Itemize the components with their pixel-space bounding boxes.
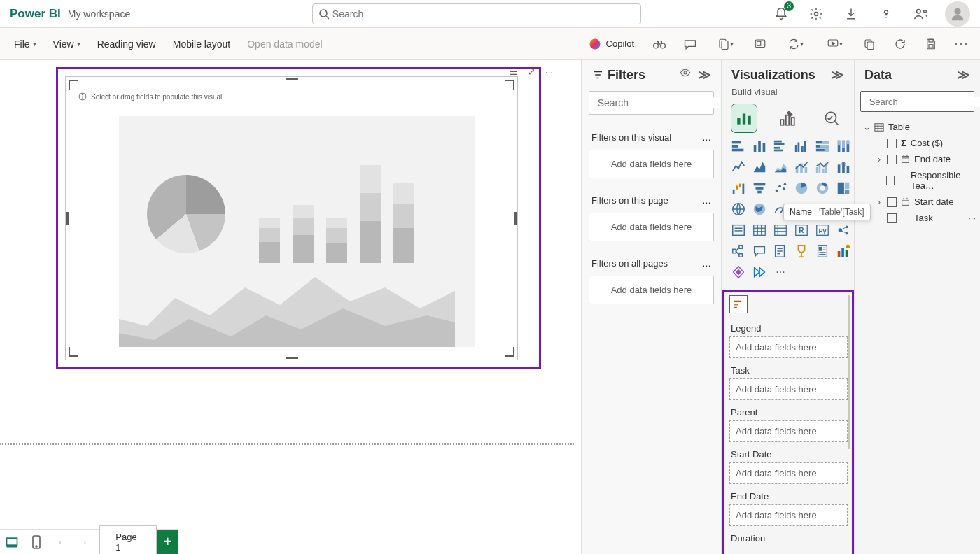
viz-clustered-column[interactable] <box>793 138 810 155</box>
filters-search-input[interactable] <box>598 97 720 108</box>
viz-table[interactable] <box>751 222 768 239</box>
field-end-date[interactable]: › End date <box>859 151 976 167</box>
visual-placeholder[interactable]: ⚌ ⤢ ··· Select or drag fields to populat… <box>56 67 541 369</box>
data-search[interactable] <box>860 91 974 112</box>
page-tab[interactable]: Page 1 <box>99 525 157 554</box>
desktop-view-button[interactable] <box>0 530 24 555</box>
mobile-layout-button[interactable]: Mobile layout <box>164 38 239 50</box>
viz-more[interactable]: ··· <box>772 264 789 280</box>
viz-pie[interactable] <box>793 180 810 197</box>
filters-page-more[interactable]: … <box>702 195 711 206</box>
filters-visual-drop[interactable]: Add data fields here <box>589 150 714 178</box>
viz-r[interactable]: R <box>793 222 810 239</box>
well-enddate-drop[interactable]: Add data fields here <box>729 504 848 526</box>
viz-treemap[interactable] <box>835 180 852 197</box>
checkbox[interactable] <box>886 176 895 185</box>
viz-qna[interactable] <box>751 243 768 260</box>
visual-more-icon[interactable]: ··· <box>545 66 553 77</box>
collapse-filters-icon[interactable]: ≫ <box>698 67 711 83</box>
viz-ribbon[interactable] <box>835 159 852 176</box>
format-visual-tab[interactable] <box>775 104 800 132</box>
chevron-right-icon[interactable]: › <box>876 197 883 207</box>
filters-visual-more[interactable]: … <box>702 132 711 143</box>
analytics-tab[interactable] <box>819 104 844 132</box>
view-menu[interactable]: View▾ <box>45 38 89 50</box>
download-button[interactable] <box>840 3 862 25</box>
viz-matrix[interactable] <box>772 222 789 239</box>
field-start-date[interactable]: › Start date <box>859 194 976 210</box>
viz-waterfall[interactable] <box>730 180 747 197</box>
eye-icon[interactable] <box>680 67 691 78</box>
checkbox[interactable] <box>887 138 897 148</box>
duplicate-button[interactable] <box>857 31 882 57</box>
checkbox[interactable] <box>887 197 897 207</box>
more-button[interactable]: ··· <box>949 31 974 57</box>
global-search[interactable] <box>312 3 641 24</box>
viz-stacked-column[interactable] <box>751 138 768 155</box>
viz-paginated[interactable] <box>814 243 831 260</box>
share-button[interactable] <box>910 3 932 25</box>
viz-line-stacked-column[interactable] <box>793 159 810 176</box>
add-page-button[interactable]: + <box>157 530 178 555</box>
well-parent-drop[interactable]: Add data fields here <box>729 420 848 442</box>
chevron-down-icon[interactable]: ⌄ <box>863 122 870 132</box>
workspace-name[interactable]: My workspace <box>68 8 130 20</box>
file-menu[interactable]: File▾ <box>6 38 45 50</box>
filters-search[interactable] <box>589 91 714 115</box>
viz-stacked-bar[interactable] <box>730 138 747 155</box>
field-task[interactable]: Task ··· <box>859 210 976 226</box>
prev-page-button[interactable]: ‹ <box>48 530 73 555</box>
filters-all-more[interactable]: … <box>702 258 711 269</box>
copilot-button[interactable]: Copilot <box>581 37 641 51</box>
view-button[interactable] <box>748 31 773 57</box>
notifications-button[interactable]: 3 <box>770 3 792 25</box>
viz-decomposition[interactable] <box>730 243 747 260</box>
viz-line-clustered-column[interactable] <box>814 159 831 176</box>
refresh-button[interactable] <box>888 31 913 57</box>
phone-view-button[interactable] <box>24 530 49 555</box>
custom-visual-icon[interactable] <box>729 295 748 313</box>
field-task-more[interactable]: ··· <box>968 213 976 223</box>
viz-python[interactable]: Py <box>814 222 831 239</box>
viz-donut[interactable] <box>814 180 831 197</box>
filter-small-icon[interactable]: ⚌ <box>510 66 518 77</box>
viz-line[interactable] <box>730 159 747 176</box>
viz-map[interactable] <box>730 201 747 218</box>
viz-powerapps[interactable] <box>730 264 747 280</box>
viz-clustered-bar[interactable] <box>772 138 789 155</box>
viz-narrative[interactable] <box>772 243 789 260</box>
viz-100-stacked-column[interactable] <box>835 138 852 155</box>
comment-button[interactable] <box>678 31 703 57</box>
collapse-data-icon[interactable]: ≫ <box>957 67 970 83</box>
collapse-viz-icon[interactable]: ≫ <box>831 67 844 83</box>
data-search-input[interactable] <box>869 97 980 107</box>
viz-automate[interactable] <box>751 264 768 280</box>
viz-filled-map[interactable] <box>751 201 768 218</box>
viz-area[interactable] <box>751 159 768 176</box>
viz-apps[interactable] <box>835 243 852 260</box>
sync-dropdown[interactable]: ▾ <box>778 31 812 57</box>
table-node[interactable]: ⌄ Table <box>859 119 976 135</box>
well-legend-drop[interactable]: Add data fields here <box>729 336 848 358</box>
report-canvas[interactable]: ⚌ ⤢ ··· Select or drag fields to populat… <box>0 60 581 554</box>
settings-button[interactable] <box>805 3 827 25</box>
well-task-drop[interactable]: Add data fields here <box>729 378 848 400</box>
viz-funnel[interactable] <box>751 180 768 197</box>
bookmark-dropdown[interactable]: ▾ <box>708 31 742 57</box>
viz-goals[interactable] <box>793 243 810 260</box>
field-cost[interactable]: Σ Cost ($) <box>859 135 976 151</box>
brand[interactable]: Power BI <box>10 7 61 21</box>
account-avatar[interactable] <box>945 1 970 27</box>
viz-100-stacked-bar[interactable] <box>814 138 831 155</box>
field-responsible[interactable]: Responsible Tea… <box>859 167 976 194</box>
chevron-right-icon[interactable]: › <box>876 154 883 164</box>
checkbox[interactable] <box>887 155 897 164</box>
present-dropdown[interactable]: ▾ <box>818 31 851 57</box>
build-visual-tab[interactable] <box>732 104 757 132</box>
find-button[interactable] <box>647 31 672 57</box>
viz-scatter[interactable] <box>772 180 789 197</box>
global-search-input[interactable] <box>332 8 635 20</box>
viz-slicer[interactable] <box>730 222 747 239</box>
viz-key-influencers[interactable] <box>835 222 852 239</box>
well-startdate-drop[interactable]: Add data fields here <box>729 462 848 484</box>
